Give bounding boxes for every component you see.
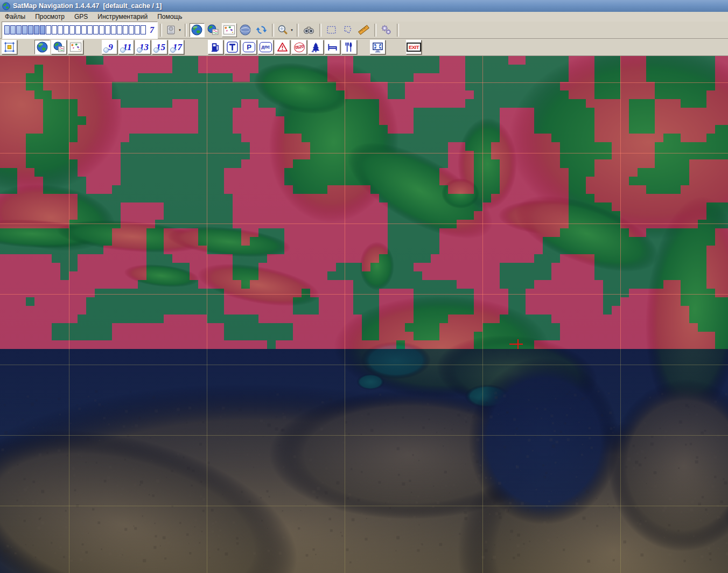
map-viewport[interactable] — [0, 56, 728, 573]
zoom-square — [69, 25, 75, 34]
toolbar-button-fullscreen[interactable] — [370, 40, 386, 54]
toolbar-button-world-map[interactable] — [222, 23, 237, 37]
fullscreen-icon — [372, 41, 383, 53]
toolbar-button-exit[interactable]: EXIT — [406, 40, 422, 54]
map-canvas[interactable] — [0, 56, 728, 573]
toolbar-main: 7 ▼▼ — [0, 22, 728, 39]
zoom-level-value: 7 — [150, 25, 154, 35]
zoom-square — [52, 25, 57, 34]
toolbar-button-refresh[interactable] — [254, 23, 269, 37]
refresh-icon — [256, 24, 267, 36]
zoom-square — [58, 25, 63, 34]
zoom-square — [75, 25, 81, 34]
magnifier-lens-icon — [137, 47, 142, 53]
zoom-square — [40, 25, 45, 34]
toolbar-button-select-polygon[interactable] — [340, 23, 355, 37]
toolbar-button-binoculars[interactable] — [302, 23, 317, 37]
binoculars-icon — [303, 24, 314, 36]
toolbar-separator — [297, 24, 299, 37]
select-rectangle-icon — [326, 24, 337, 36]
zoom-square — [135, 25, 140, 34]
zoom-square — [22, 25, 27, 34]
magnifier-lens-icon — [120, 47, 125, 53]
toolbar-button-select-rectangle[interactable] — [324, 23, 339, 37]
toolbar-button-hotel[interactable] — [325, 40, 340, 54]
restaurant-icon — [344, 41, 355, 53]
toolbar-separator — [397, 24, 399, 37]
zoom-square — [87, 25, 93, 34]
toolbar-separator — [319, 24, 321, 37]
toolbar-button-17[interactable]: 17 — [169, 40, 184, 54]
toolbar-button-13[interactable]: 13 — [135, 40, 151, 54]
toolbar-secondary: 911131517Pдпс0520EXIT — [0, 39, 728, 56]
menu-item-1[interactable]: Файлы — [0, 12, 30, 21]
title-bar[interactable]: SatMap Navigation 1.4.4.47 [default_cach… — [0, 0, 728, 12]
zoom-square — [111, 25, 116, 34]
toolbar-button-globe[interactable] — [34, 40, 50, 54]
magnifier-lens-icon — [170, 47, 176, 53]
toolbar-main-items: ▼▼ — [158, 23, 401, 37]
ruler-icon — [358, 24, 369, 36]
menu-item-2[interactable]: Просмотр — [30, 12, 69, 21]
toolbar-button-restaurant[interactable] — [341, 40, 357, 54]
select-polygon-icon — [342, 24, 353, 36]
toolbar-button-car-service[interactable] — [225, 40, 240, 54]
toolbar-button-15[interactable]: 15 — [152, 40, 167, 54]
globe-map-icon — [207, 24, 219, 36]
toolbar-button-settings-gears[interactable] — [379, 23, 394, 37]
globe-map-icon — [53, 41, 65, 53]
zoom-square — [46, 25, 51, 34]
toolbar-button-tree[interactable] — [308, 40, 324, 54]
toolbar-button-fuel[interactable] — [208, 40, 223, 54]
dropdown-arrow-icon: ▼ — [178, 29, 181, 32]
zoom-square — [141, 25, 146, 34]
toolbar-button-9[interactable]: 9 — [102, 40, 117, 54]
fuel-icon — [210, 41, 221, 53]
app-globe-icon — [2, 2, 10, 10]
dropdown-arrow-icon: ▼ — [290, 29, 293, 32]
toolbar-button-zoom-tool[interactable]: ▼ — [277, 23, 294, 37]
zoom-square — [34, 25, 39, 34]
warning-icon — [277, 41, 288, 53]
center-selection-icon — [4, 41, 15, 53]
menu-item-4[interactable]: Инструментарий — [93, 12, 152, 21]
toolbar-button-p[interactable]: P — [241, 40, 257, 54]
menu-item-5[interactable]: Помощь — [152, 12, 187, 21]
settings-gears-icon — [381, 24, 392, 36]
toolbar-button-ruler[interactable] — [356, 23, 372, 37]
toolbar-button-speed-camera[interactable]: 0520 — [291, 40, 307, 54]
toolbar-button-disk-drive[interactable]: ▼ — [165, 23, 182, 37]
disk-drive-icon — [165, 24, 177, 36]
toolbar-button-speed-camera-label: 0520 — [293, 41, 305, 53]
toolbar-separator — [374, 24, 376, 37]
toolbar-separator — [185, 24, 187, 37]
zoom-square — [4, 25, 10, 34]
tree-icon — [310, 41, 321, 53]
world-map-icon — [223, 24, 235, 36]
zoom-square — [99, 25, 104, 34]
toolbar-button-world-map[interactable] — [68, 40, 83, 54]
magnifier-lens-icon — [103, 47, 109, 53]
toolbar-separator — [160, 24, 162, 37]
toolbar-button-11[interactable]: 11 — [118, 40, 134, 54]
hotel-icon — [327, 41, 338, 53]
globe-icon — [191, 24, 202, 36]
toolbar-separator — [272, 24, 274, 37]
zoom-square — [123, 25, 128, 34]
zoom-square — [16, 25, 22, 34]
globe-icon — [37, 41, 48, 53]
zoom-square — [105, 25, 110, 34]
toolbar-button-warning[interactable] — [275, 40, 290, 54]
toolbar-button-globe-map[interactable] — [206, 23, 221, 37]
menu-bar: ФайлыПросмотрGPSИнструментарийПомощь — [0, 12, 728, 22]
toolbar-button-globe[interactable] — [190, 23, 205, 37]
toolbar-button-дпс[interactable]: дпс — [258, 40, 274, 54]
zoom-square — [117, 25, 122, 34]
zoom-squares — [4, 25, 146, 34]
toolbar-secondary-items: 911131517Pдпс0520EXIT — [1, 40, 422, 54]
toolbar-button-center-selection[interactable] — [2, 40, 17, 54]
zoom-square — [28, 25, 33, 34]
toolbar-button-globe-plain[interactable] — [238, 23, 253, 37]
toolbar-button-globe-map[interactable] — [51, 40, 67, 54]
menu-item-3[interactable]: GPS — [69, 12, 93, 21]
